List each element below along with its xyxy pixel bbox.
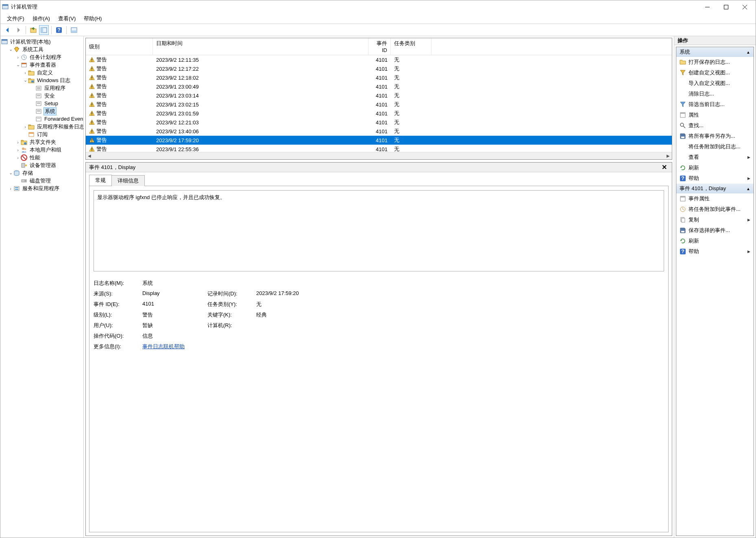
action-help2[interactable]: ?帮助▶ bbox=[676, 246, 754, 257]
expand-icon[interactable]: › bbox=[15, 155, 21, 160]
collapse-icon[interactable]: ▲ bbox=[746, 50, 750, 54]
action-clear-log[interactable]: 清除日志... bbox=[676, 89, 754, 99]
blank-icon bbox=[680, 80, 686, 87]
details-pane-button[interactable] bbox=[69, 25, 79, 35]
event-list: 级别 日期和时间 事件 ID 任务类别 警告2023/9/2 12:11:354… bbox=[85, 38, 672, 160]
h-scrollbar[interactable]: ◀ ▶ bbox=[86, 152, 672, 159]
event-row[interactable]: 警告2023/9/2 17:59:204101无 bbox=[86, 136, 672, 145]
tree-root[interactable]: 计算机管理(本地) bbox=[0, 38, 84, 46]
col-eid[interactable]: 事件 ID bbox=[368, 38, 391, 55]
action-event-props[interactable]: 事件属性 bbox=[676, 193, 754, 204]
event-date: 2023/9/2 12:18:02 bbox=[153, 75, 368, 81]
list-body[interactable]: 警告2023/9/2 12:11:354101无警告2023/9/2 12:17… bbox=[86, 55, 672, 152]
svg-rect-62 bbox=[92, 97, 92, 98]
show-hide-tree-button[interactable] bbox=[39, 25, 49, 35]
action-find[interactable]: 查找... bbox=[676, 120, 754, 131]
col-level[interactable]: 级别 bbox=[86, 38, 153, 55]
event-row[interactable]: 警告2023/9/2 12:18:024101无 bbox=[86, 73, 672, 82]
event-row[interactable]: 警告2023/9/1 23:01:594101无 bbox=[86, 109, 672, 118]
action-attach-event[interactable]: 将任务附加到此事件... bbox=[676, 204, 754, 215]
help-button[interactable]: ? bbox=[54, 25, 64, 35]
tree-setup[interactable]: Setup bbox=[0, 100, 84, 107]
svg-rect-17 bbox=[22, 63, 26, 64]
tree-shared[interactable]: ›共享文件夹 bbox=[0, 138, 84, 146]
meta-opcode-val: 信息 bbox=[142, 332, 207, 340]
tree-task-scheduler[interactable]: ›任务计划程序 bbox=[0, 53, 84, 61]
tree-winlogs[interactable]: ⌄Windows 日志 bbox=[0, 76, 84, 84]
tree-system[interactable]: 系统 bbox=[0, 107, 84, 115]
tree-localusers[interactable]: ›本地用户和组 bbox=[0, 146, 84, 154]
search-icon bbox=[680, 122, 686, 129]
collapse-icon[interactable]: ⌄ bbox=[22, 78, 28, 83]
tree-subscriptions[interactable]: 订阅 bbox=[0, 130, 84, 138]
tree-app[interactable]: 应用程序 bbox=[0, 84, 84, 92]
tree-security[interactable]: 安全 bbox=[0, 92, 84, 100]
collapse-icon[interactable]: ⌄ bbox=[15, 62, 21, 67]
tree-event-viewer[interactable]: ⌄事件查看器 bbox=[0, 61, 84, 69]
close-button[interactable] bbox=[735, 1, 754, 13]
tree-appservices[interactable]: ›应用程序和服务日志 bbox=[0, 123, 84, 130]
action-filter[interactable]: 筛选当前日志... bbox=[676, 99, 754, 110]
actions-section-system[interactable]: 系统▲ bbox=[676, 47, 754, 57]
scroll-left-icon[interactable]: ◀ bbox=[86, 153, 93, 159]
scroll-right-icon[interactable]: ▶ bbox=[664, 153, 672, 159]
event-row[interactable]: 警告2023/9/1 23:02:154101无 bbox=[86, 100, 672, 109]
event-row[interactable]: 警告2023/9/2 13:40:064101无 bbox=[86, 127, 672, 136]
expand-icon[interactable]: › bbox=[15, 148, 21, 152]
expand-icon[interactable]: › bbox=[15, 55, 21, 60]
forward-button[interactable] bbox=[13, 25, 23, 35]
action-refresh[interactable]: 刷新 bbox=[676, 163, 754, 173]
action-save-all[interactable]: 将所有事件另存为... bbox=[676, 131, 754, 141]
col-cat[interactable]: 任务类别 bbox=[391, 38, 431, 55]
action-view[interactable]: 查看▶ bbox=[676, 152, 754, 163]
tree-pane[interactable]: 计算机管理(本地) ⌄系统工具 ›任务计划程序 ⌄事件查看器 ›自定义 ⌄Win… bbox=[0, 36, 84, 538]
expand-icon[interactable]: › bbox=[22, 124, 28, 129]
window-title: 计算机管理 bbox=[11, 3, 698, 11]
detail-close-button[interactable]: ✕ bbox=[660, 163, 669, 171]
action-refresh2[interactable]: 刷新 bbox=[676, 236, 754, 246]
help-link[interactable]: 事件日志联机帮助 bbox=[142, 343, 185, 349]
event-row[interactable]: 警告2023/9/2 12:17:224101无 bbox=[86, 64, 672, 73]
action-attach-task[interactable]: 将任务附加到此日志... bbox=[676, 141, 754, 152]
tree-perf[interactable]: ›性能 bbox=[0, 154, 84, 161]
event-row[interactable]: 警告2023/9/1 23:00:494101无 bbox=[86, 82, 672, 91]
maximize-button[interactable] bbox=[717, 1, 735, 13]
tree-diskmgr[interactable]: 磁盘管理 bbox=[0, 177, 84, 184]
collapse-icon[interactable]: ▲ bbox=[746, 187, 750, 191]
tree-services[interactable]: ›服务和应用程序 bbox=[0, 184, 84, 192]
event-row[interactable]: 警告2023/9/1 22:55:364101无 bbox=[86, 145, 672, 152]
collapse-icon[interactable]: ⌄ bbox=[8, 170, 13, 176]
action-import-custom[interactable]: 导入自定义视图... bbox=[676, 78, 754, 89]
action-copy[interactable]: 复制▶ bbox=[676, 215, 754, 225]
col-date[interactable]: 日期和时间 bbox=[153, 38, 368, 55]
action-save-sel[interactable]: 保存选择的事件... bbox=[676, 225, 754, 236]
action-help[interactable]: ?帮助▶ bbox=[676, 173, 754, 184]
tree-custom[interactable]: ›自定义 bbox=[0, 69, 84, 76]
tree-forwarded[interactable]: Forwarded Events bbox=[0, 115, 84, 123]
tab-details[interactable]: 详细信息 bbox=[111, 175, 145, 186]
event-row[interactable]: 警告2023/9/1 23:03:144101无 bbox=[86, 91, 672, 100]
expand-icon[interactable]: › bbox=[15, 140, 21, 145]
tree-storage[interactable]: ⌄存储 bbox=[0, 169, 84, 177]
minimize-button[interactable] bbox=[698, 1, 717, 13]
action-properties[interactable]: 属性 bbox=[676, 110, 754, 120]
collapse-icon[interactable]: ⌄ bbox=[8, 47, 13, 52]
tree-devmgr[interactable]: 设备管理器 bbox=[0, 161, 84, 169]
event-row[interactable]: 警告2023/9/2 12:11:354101无 bbox=[86, 55, 672, 64]
expand-icon[interactable]: › bbox=[22, 70, 28, 75]
back-button[interactable] bbox=[3, 25, 13, 35]
tab-general[interactable]: 常规 bbox=[89, 175, 112, 186]
menu-action[interactable]: 操作(A) bbox=[28, 14, 54, 24]
folder-up-button[interactable] bbox=[28, 25, 38, 35]
menu-file[interactable]: 文件(F) bbox=[3, 14, 28, 24]
svg-rect-55 bbox=[92, 67, 92, 69]
expand-icon[interactable]: › bbox=[8, 186, 13, 191]
actions-section-event[interactable]: 事件 4101，Display▲ bbox=[676, 184, 754, 193]
action-open-saved[interactable]: 打开保存的日志... bbox=[676, 57, 754, 67]
action-create-custom[interactable]: 创建自定义视图... bbox=[676, 67, 754, 78]
menu-help[interactable]: 帮助(H) bbox=[80, 14, 106, 24]
tree-systools[interactable]: ⌄系统工具 bbox=[0, 46, 84, 53]
menu-view[interactable]: 查看(V) bbox=[54, 14, 80, 24]
event-row[interactable]: 警告2023/9/2 12:21:034101无 bbox=[86, 118, 672, 127]
funnel-icon bbox=[680, 101, 686, 108]
